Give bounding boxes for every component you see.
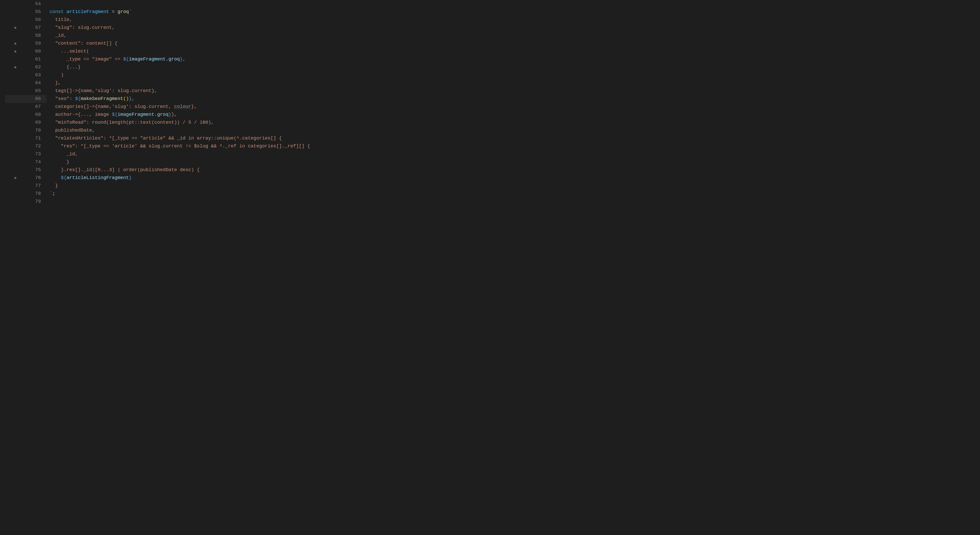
line-number: 73 [25,150,46,158]
code-line[interactable]: "content": content[] { [49,40,980,48]
code-line[interactable] [49,0,980,8]
template-string: }, [191,104,197,110]
template-string: }, [171,112,177,117]
line-number: 57 [25,24,46,32]
paren-open: ( [123,96,126,102]
gutter-row-55 [5,8,25,16]
template-tag: groq [118,9,129,14]
line-number: 71 [25,134,46,142]
template-expr-open: ${ [75,96,81,102]
code-line[interactable]: {...} [49,63,980,71]
code-line[interactable]: "minToRead": round(length(pt::text(conte… [49,119,980,127]
template-string: author->{..., image [49,112,112,117]
code-line[interactable]: }.res[]._id)[0...3] | order(publishedDat… [49,166,980,174]
gutter-row-65 [5,87,25,95]
gutter-row-58 [5,32,25,40]
gutter-row-66 [5,95,25,103]
code-line[interactable]: "slug": slug.current, [49,24,980,32]
line-number: 64 [25,79,46,87]
code-editor[interactable]: 54 55 56 57 58 59 60 61 62 63 64 65 66 6… [0,0,980,535]
template-expr-close: } [129,96,132,102]
code-line[interactable]: }, [49,79,980,87]
code-line[interactable]: title, [49,16,980,24]
code-line[interactable]: `; [49,190,980,198]
modified-dot-icon [14,66,16,68]
gutter-row-73 [5,150,25,158]
code-line[interactable]: "res": *[_type == 'article' && slug.curr… [49,142,980,150]
gutter-row-56 [5,16,25,24]
paren-close: ) [126,96,129,102]
modified-dot-icon [14,177,16,179]
code-line[interactable]: } [49,158,980,166]
code-line[interactable]: tags[]->{name,'slug': slug.current}, [49,87,980,95]
spellcheck-underline: colour [174,104,191,110]
line-number: 60 [25,48,46,56]
gutter-row-75 [5,166,25,174]
template-string: "seo": [49,96,75,102]
template-expr-close: } [169,112,171,117]
code-line[interactable]: _id, [49,32,980,40]
template-string [49,175,61,181]
line-number: 79 [25,198,46,206]
code-line[interactable]: ...select( [49,48,980,56]
dot: . [165,57,169,62]
code-line[interactable]: ) [49,71,980,79]
code-line[interactable]: "relatedArticles": *[_type == "article" … [49,134,980,142]
template-string: _type == "image" => [49,57,123,62]
code-line[interactable]: _type == "image" => ${imageFragment.groq… [49,56,980,63]
code-line[interactable]: } [49,182,980,190]
code-content[interactable]: const articleFragment = groq` title, "sl… [46,0,980,535]
line-number: 59 [25,40,46,48]
operator: = [109,9,118,14]
property: groq [169,57,180,62]
backtick: ` [129,9,132,14]
gutter-row-69 [5,119,25,127]
line-number: 68 [25,111,46,119]
line-number: 58 [25,32,46,40]
gutter-row-68 [5,111,25,119]
gutter-row-72 [5,142,25,150]
code-line[interactable]: publishedDate, [49,127,980,134]
line-number: 63 [25,71,46,79]
template-string: categories[]->{name,'slug': slug.current… [49,104,174,110]
gutter-row-74 [5,158,25,166]
line-number: 77 [25,182,46,190]
gutter-row-76 [5,174,25,182]
variable-name: articleFragment [67,9,109,14]
gutter-row-59 [5,40,25,48]
line-number: 62 [25,63,46,71]
line-number: 55 [25,8,46,16]
gutter: 54 55 56 57 58 59 60 61 62 63 64 65 66 6… [5,0,46,535]
code-line[interactable] [49,198,980,206]
line-number: 70 [25,127,46,134]
line-number: 67 [25,103,46,111]
gutter-row-60 [5,48,25,56]
gutter-row-63 [5,71,25,79]
line-number: 78 [25,190,46,198]
code-line[interactable]: const articleFragment = groq` [49,8,980,16]
line-number: 75 [25,166,46,174]
code-line[interactable]: ${articleListingFragment} [49,174,980,182]
template-expr-close: } [129,175,132,181]
gutter-row-71 [5,134,25,142]
template-expr-open: ${ [61,175,66,181]
code-line[interactable]: categories[]->{name,'slug': slug.current… [49,103,980,111]
line-number: 66 [25,95,46,103]
keyword-const: const [49,9,64,14]
gutter-row-54 [5,0,25,8]
comma: , [183,57,186,62]
gutter-row-61 [5,56,25,63]
code-line[interactable]: _id, [49,150,980,158]
line-number: 54 [25,0,46,8]
gutter-row-78 [5,190,25,198]
backtick: ` [49,191,52,196]
line-number: 76 [25,174,46,182]
gutter-row-57 [5,24,25,32]
gutter-row-70 [5,127,25,134]
identifier: imageFragment [129,57,165,62]
code-line[interactable]: "seo": ${makeSeoFragment()}, [49,95,980,103]
identifier: articleListingFragment [67,175,129,181]
modified-dot-icon [14,43,16,44]
function-call: makeSeoFragment [81,96,123,102]
code-line[interactable]: author->{..., image ${imageFragment.groq… [49,111,980,119]
